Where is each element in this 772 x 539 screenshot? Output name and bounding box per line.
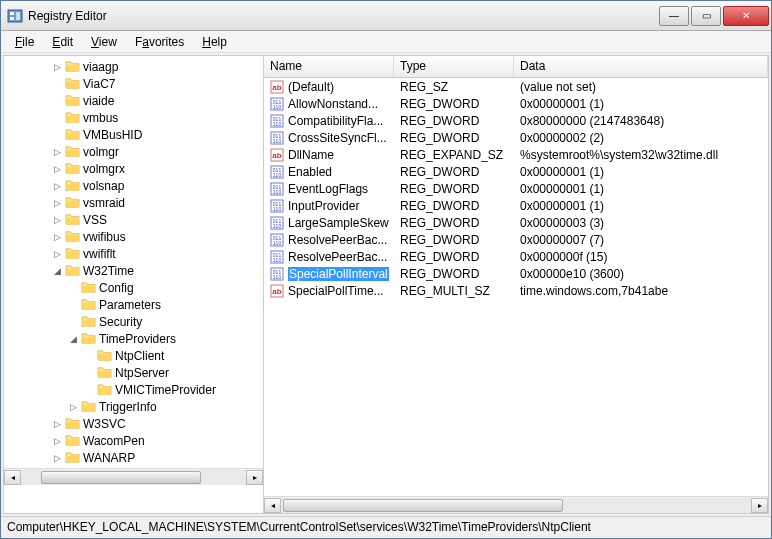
expand-icon[interactable]: ▷ — [52, 146, 63, 157]
tree-item[interactable]: ▷TriggerInfo — [4, 398, 263, 415]
list-row[interactable]: SpecialPollTime...REG_MULTI_SZtime.windo… — [264, 282, 768, 299]
folder-icon — [65, 264, 80, 277]
list-row[interactable]: CompatibilityFla...REG_DWORD0x80000000 (… — [264, 112, 768, 129]
tree-item[interactable]: ViaC7 — [4, 75, 263, 92]
list-row[interactable]: AllowNonstand...REG_DWORD0x00000001 (1) — [264, 95, 768, 112]
tree-item-label: VMBusHID — [83, 128, 142, 142]
list-row[interactable]: EnabledREG_DWORD0x00000001 (1) — [264, 163, 768, 180]
close-button[interactable]: ✕ — [723, 6, 769, 26]
binary-value-icon — [270, 114, 284, 128]
menu-edit[interactable]: Edit — [44, 33, 81, 51]
value-name: Enabled — [288, 165, 332, 179]
maximize-button[interactable]: ▭ — [691, 6, 721, 26]
tree-item-label: ViaC7 — [83, 77, 115, 91]
minimize-button[interactable]: — — [659, 6, 689, 26]
list-row[interactable]: EventLogFlagsREG_DWORD0x00000001 (1) — [264, 180, 768, 197]
list-row[interactable]: InputProviderREG_DWORD0x00000001 (1) — [264, 197, 768, 214]
expand-icon[interactable]: ▷ — [52, 231, 63, 242]
value-type: REG_DWORD — [394, 182, 514, 196]
tree-item[interactable]: ▷W3SVC — [4, 415, 263, 432]
tree-item[interactable]: ▷viaagp — [4, 58, 263, 75]
value-type: REG_DWORD — [394, 131, 514, 145]
tree-item[interactable]: ▷WANARP — [4, 449, 263, 466]
tree-item[interactable]: ▷volsnap — [4, 177, 263, 194]
tree-item[interactable]: ▷volmgr — [4, 143, 263, 160]
value-name: SpecialPollTime... — [288, 284, 384, 298]
expand-icon[interactable]: ▷ — [52, 452, 63, 463]
no-expand — [52, 112, 63, 123]
scroll-left-icon[interactable]: ◂ — [4, 470, 21, 485]
tree-item[interactable]: ▷WacomPen — [4, 432, 263, 449]
list-hscrollbar[interactable]: ◂ ▸ — [264, 496, 768, 513]
value-name: InputProvider — [288, 199, 359, 213]
tree-pane[interactable]: ▷viaagpViaC7viaidevmbusVMBusHID▷volmgr▷v… — [4, 56, 264, 513]
list-row[interactable]: ResolvePeerBac...REG_DWORD0x00000007 (7) — [264, 231, 768, 248]
list-header: Name Type Data — [264, 56, 768, 78]
statusbar: Computer\HKEY_LOCAL_MACHINE\SYSTEM\Curre… — [1, 516, 771, 538]
expand-icon[interactable]: ▷ — [52, 418, 63, 429]
tree-item[interactable]: ▷VSS — [4, 211, 263, 228]
tree-hscrollbar[interactable]: ◂ ▸ — [4, 468, 263, 485]
expand-icon[interactable]: ▷ — [52, 248, 63, 259]
expand-icon[interactable]: ▷ — [52, 214, 63, 225]
collapse-icon[interactable]: ◢ — [52, 265, 63, 276]
list-row[interactable]: LargeSampleSkewREG_DWORD0x00000003 (3) — [264, 214, 768, 231]
expand-icon[interactable]: ▷ — [52, 61, 63, 72]
column-name[interactable]: Name — [264, 56, 394, 77]
binary-value-icon — [270, 199, 284, 213]
tree-item[interactable]: Parameters — [4, 296, 263, 313]
titlebar[interactable]: Registry Editor — ▭ ✕ — [1, 1, 771, 31]
folder-icon — [81, 315, 96, 328]
tree-item[interactable]: NtpClient — [4, 347, 263, 364]
tree-item[interactable]: ▷volmgrx — [4, 160, 263, 177]
scroll-right-icon[interactable]: ▸ — [246, 470, 263, 485]
menu-file[interactable]: File — [7, 33, 42, 51]
tree-item[interactable]: VMBusHID — [4, 126, 263, 143]
scroll-right-icon[interactable]: ▸ — [751, 498, 768, 513]
no-expand — [84, 384, 95, 395]
menu-help[interactable]: Help — [194, 33, 235, 51]
expand-icon[interactable]: ▷ — [68, 401, 79, 412]
tree-item[interactable]: ◢TimeProviders — [4, 330, 263, 347]
column-type[interactable]: Type — [394, 56, 514, 77]
folder-icon — [97, 383, 112, 396]
value-type: REG_DWORD — [394, 233, 514, 247]
tree-item-label: vwifibus — [83, 230, 126, 244]
list-row[interactable]: (Default)REG_SZ(value not set) — [264, 78, 768, 95]
value-name: ResolvePeerBac... — [288, 250, 387, 264]
scroll-left-icon[interactable]: ◂ — [264, 498, 281, 513]
list-row[interactable]: CrossSiteSyncFl...REG_DWORD0x00000002 (2… — [264, 129, 768, 146]
value-type: REG_MULTI_SZ — [394, 284, 514, 298]
tree-item[interactable]: viaide — [4, 92, 263, 109]
tree-item[interactable]: NtpServer — [4, 364, 263, 381]
value-data: 0x00000e10 (3600) — [514, 267, 768, 281]
expand-icon[interactable]: ▷ — [52, 435, 63, 446]
folder-icon — [65, 434, 80, 447]
value-data: %systemroot%\system32\w32time.dll — [514, 148, 768, 162]
column-data[interactable]: Data — [514, 56, 768, 77]
tree-item[interactable]: ◢W32Time — [4, 262, 263, 279]
tree-item[interactable]: vmbus — [4, 109, 263, 126]
collapse-icon[interactable]: ◢ — [68, 333, 79, 344]
expand-icon[interactable]: ▷ — [52, 180, 63, 191]
list-row[interactable]: DllNameREG_EXPAND_SZ%systemroot%\system3… — [264, 146, 768, 163]
list-row[interactable]: SpecialPollIntervalREG_DWORD0x00000e10 (… — [264, 265, 768, 282]
tree-item[interactable]: ▷vwififlt — [4, 245, 263, 262]
expand-icon[interactable]: ▷ — [52, 197, 63, 208]
menu-favorites[interactable]: Favorites — [127, 33, 192, 51]
tree-item[interactable]: VMICTimeProvider — [4, 381, 263, 398]
tree-item[interactable]: Security — [4, 313, 263, 330]
tree-item-label: TimeProviders — [99, 332, 176, 346]
list-row[interactable]: ResolvePeerBac...REG_DWORD0x0000000f (15… — [264, 248, 768, 265]
tree-item-label: WANARP — [83, 451, 135, 465]
value-name: SpecialPollInterval — [288, 267, 389, 281]
tree-item[interactable]: Config — [4, 279, 263, 296]
tree-item[interactable]: ▷vsmraid — [4, 194, 263, 211]
list-body[interactable]: (Default)REG_SZ(value not set)AllowNonst… — [264, 78, 768, 496]
tree-item[interactable]: ▷vwifibus — [4, 228, 263, 245]
expand-icon[interactable]: ▷ — [52, 163, 63, 174]
menubar: File Edit View Favorites Help — [1, 31, 771, 53]
folder-icon — [97, 349, 112, 362]
menu-view[interactable]: View — [83, 33, 125, 51]
folder-icon — [65, 451, 80, 464]
